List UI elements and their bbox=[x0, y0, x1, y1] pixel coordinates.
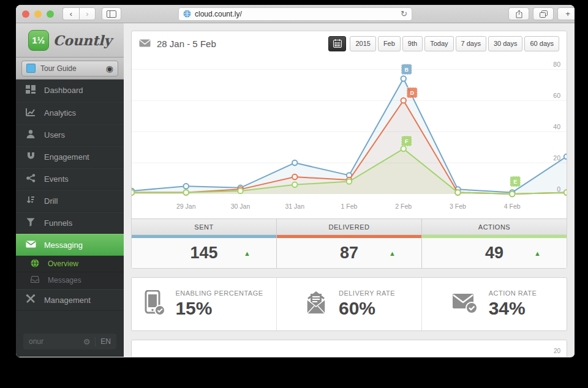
sidebar-toggle-button[interactable] bbox=[102, 7, 121, 20]
play-icon[interactable]: ◉ bbox=[106, 64, 113, 73]
stat-col-delivered[interactable]: DELIVERED 87 ▲ bbox=[277, 219, 422, 268]
back-button[interactable]: ‹ bbox=[62, 7, 79, 20]
calendar-button[interactable] bbox=[328, 36, 346, 51]
globe-favicon bbox=[183, 10, 191, 18]
magnet-icon bbox=[24, 152, 37, 162]
svg-text:3 Feb: 3 Feb bbox=[450, 203, 466, 210]
traffic-lights bbox=[22, 10, 54, 18]
new-tab-button[interactable]: + bbox=[557, 7, 575, 20]
stat-value: 49 bbox=[485, 244, 503, 263]
user-icon bbox=[24, 130, 37, 140]
main-content: 28 Jan - 5 Feb 2015 bbox=[124, 23, 575, 357]
rate-enabling: ENABLING PERCENTAGE 15% bbox=[132, 278, 277, 330]
range-button-7days[interactable]: 7 days bbox=[456, 36, 486, 51]
svg-text:4 Feb: 4 Feb bbox=[504, 203, 521, 210]
range-button-60days[interactable]: 60 days bbox=[524, 36, 559, 51]
inbox-icon bbox=[29, 276, 40, 285]
range-button-30days[interactable]: 30 days bbox=[488, 36, 523, 51]
sidebar-item-label: Dashboard bbox=[44, 86, 83, 95]
share-icon bbox=[516, 10, 522, 18]
stats-table: SENT 145 ▲ DELIVERED 87 ▲ bbox=[132, 218, 567, 268]
tour-guide-button[interactable]: Tour Guide ◉ bbox=[21, 61, 118, 76]
overview-globe-icon bbox=[29, 259, 40, 269]
brand-name: Countly bbox=[53, 32, 111, 48]
sidebar-item-dashboard[interactable]: Dashboard bbox=[16, 80, 124, 102]
sidebar-item-engagement[interactable]: Engagement bbox=[16, 146, 124, 168]
sidebar-subitem-overview[interactable]: Overview bbox=[16, 256, 124, 272]
svg-text:40: 40 bbox=[553, 123, 560, 130]
rate-delivery: DELIVERY RATE 60% bbox=[277, 278, 422, 330]
language-selector[interactable]: EN bbox=[96, 337, 111, 346]
url-text: cloud.count.ly/ bbox=[195, 10, 242, 18]
funnel-icon bbox=[24, 218, 37, 228]
range-button-year[interactable]: 2015 bbox=[350, 36, 375, 51]
sidebar-item-management[interactable]: Management bbox=[16, 289, 124, 311]
tools-icon bbox=[24, 294, 37, 305]
stat-col-sent[interactable]: SENT 145 ▲ bbox=[132, 219, 277, 268]
tabs-icon bbox=[540, 10, 548, 18]
gear-icon[interactable]: ⚙ bbox=[83, 337, 96, 346]
svg-text:2 Feb: 2 Feb bbox=[395, 203, 412, 210]
sidebar-item-messaging[interactable]: Messaging bbox=[16, 234, 124, 256]
tour-guide-thumbnail bbox=[26, 64, 36, 73]
svg-text:E: E bbox=[513, 179, 517, 185]
tour-guide-label: Tour Guide bbox=[40, 64, 77, 73]
calendar-icon bbox=[333, 39, 342, 48]
username: onur bbox=[29, 337, 43, 346]
sidebar-item-label: Funnels bbox=[44, 218, 72, 228]
svg-text:30 Jan: 30 Jan bbox=[231, 203, 251, 210]
sidebar-item-analytics[interactable]: Analytics bbox=[16, 102, 124, 124]
stat-value: 145 bbox=[190, 244, 217, 263]
sidebar-item-label: Management bbox=[44, 296, 91, 305]
sidebar-item-label: Users bbox=[44, 130, 65, 140]
range-button-month[interactable]: Feb bbox=[378, 36, 401, 51]
svg-text:20: 20 bbox=[553, 154, 560, 162]
sidebar-item-label: Drill bbox=[44, 196, 58, 206]
envelope-icon bbox=[24, 241, 37, 250]
countly-logo-icon: 1½ bbox=[28, 30, 49, 51]
close-window-button[interactable] bbox=[22, 10, 29, 18]
range-button-day[interactable]: 9th bbox=[402, 36, 423, 51]
maximize-window-button[interactable] bbox=[47, 10, 54, 18]
stat-header: ACTIONS bbox=[422, 219, 567, 235]
user-menu[interactable]: onur ⚙ EN bbox=[23, 334, 116, 349]
open-envelope-icon bbox=[303, 290, 329, 318]
date-range: 28 Jan - 5 Feb bbox=[139, 39, 216, 49]
sidebar-item-label: Analytics bbox=[44, 108, 76, 118]
sidebar-subitem-label: Overview bbox=[48, 259, 78, 268]
y-axis-tick: 20 bbox=[554, 348, 560, 354]
rate-label: DELIVERY RATE bbox=[339, 289, 395, 297]
svg-text:1 Feb: 1 Feb bbox=[341, 203, 358, 210]
sidebar-item-events[interactable]: Events bbox=[16, 168, 124, 190]
sidebar-item-label: Events bbox=[44, 174, 69, 184]
range-button-today[interactable]: Today bbox=[424, 36, 453, 51]
messaging-line-chart[interactable]: 020406080BDFE29 Jan30 Jan31 Jan1 Feb2 Fe… bbox=[132, 56, 567, 218]
reload-icon[interactable]: ↻ bbox=[401, 9, 407, 18]
rate-label: ENABLING PERCENTAGE bbox=[175, 289, 263, 297]
sidebar-subitem-messages[interactable]: Messages bbox=[16, 272, 124, 289]
rate-value: 60% bbox=[339, 298, 395, 319]
sidebar-item-users[interactable]: Users bbox=[16, 124, 124, 146]
share-button[interactable] bbox=[508, 7, 529, 20]
sidebar-icon bbox=[107, 10, 116, 18]
sidebar-subitem-label: Messages bbox=[48, 276, 81, 285]
rate-value: 15% bbox=[175, 298, 263, 319]
forward-button[interactable]: › bbox=[79, 7, 96, 20]
svg-text:60: 60 bbox=[553, 92, 560, 99]
secondary-chart-panel: 20 bbox=[131, 340, 567, 357]
trend-up-icon: ▲ bbox=[389, 250, 396, 257]
trend-up-icon: ▲ bbox=[244, 250, 251, 257]
date-range-text: 28 Jan - 5 Feb bbox=[157, 39, 216, 49]
sidebar-item-drill[interactable]: Drill bbox=[16, 190, 124, 212]
svg-text:80: 80 bbox=[553, 61, 560, 68]
sidebar-item-funnels[interactable]: Funnels bbox=[16, 212, 124, 234]
messaging-chart-panel: 28 Jan - 5 Feb 2015 bbox=[131, 31, 567, 269]
stat-header: DELIVERED bbox=[277, 219, 421, 235]
address-bar[interactable]: cloud.count.ly/ ↻ bbox=[178, 7, 412, 21]
stat-value: 87 bbox=[340, 244, 358, 263]
rate-value: 34% bbox=[489, 298, 537, 319]
tab-overview-button[interactable] bbox=[533, 7, 554, 20]
minimize-window-button[interactable] bbox=[34, 10, 42, 18]
stat-col-actions[interactable]: ACTIONS 49 ▲ bbox=[422, 219, 567, 268]
svg-text:D: D bbox=[410, 90, 415, 96]
